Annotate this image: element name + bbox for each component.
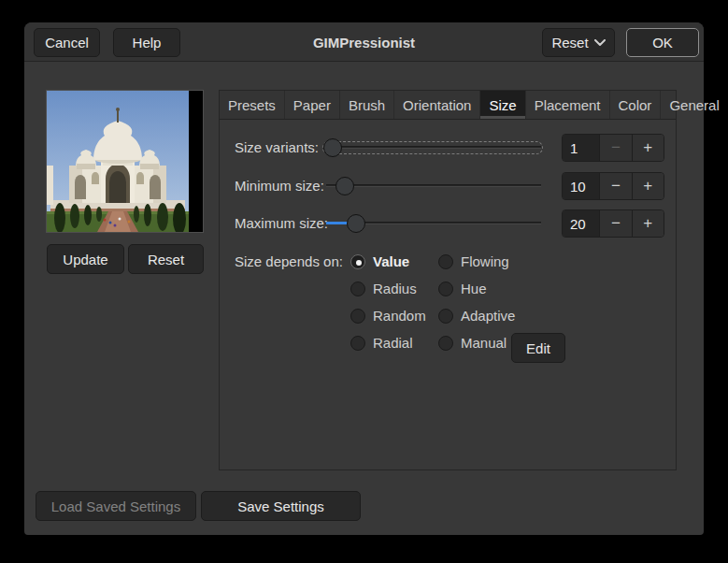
edit-button[interactable]: Edit (511, 333, 565, 363)
maximum-size-slider[interactable] (322, 209, 543, 238)
tab-color[interactable]: Color (610, 91, 662, 119)
reset-dropdown-label: Reset (551, 35, 588, 51)
radio-label: Manual (461, 335, 507, 351)
radio-radial[interactable]: Radial (350, 329, 438, 356)
radio-unselected-icon (438, 309, 453, 324)
headerbar: GIMPressionist Cancel Help Reset OK (24, 22, 704, 62)
maximum-size-label: Maximum size: (235, 209, 328, 238)
radio-unselected-icon (350, 336, 365, 351)
radio-label: Random (373, 308, 426, 324)
plus-button[interactable]: + (632, 210, 664, 237)
slider-track (326, 184, 541, 187)
radio-value[interactable]: Value (350, 248, 438, 275)
radio-flowing[interactable]: Flowing (438, 248, 515, 275)
chevron-down-icon (594, 39, 606, 47)
radio-label: Flowing (461, 253, 509, 269)
radio-unselected-icon (350, 309, 365, 324)
minus-button[interactable]: − (599, 210, 631, 237)
minimum-size-slider[interactable] (322, 172, 543, 200)
help-button[interactable]: Help (113, 28, 180, 57)
save-settings-button[interactable]: Save Settings (201, 491, 361, 521)
size-variants-value[interactable]: 1 (563, 135, 599, 161)
minimum-size-spinbox: 10 − + (562, 172, 664, 200)
slider-handle[interactable] (335, 177, 354, 195)
minimum-size-label: Minimum size: (235, 172, 324, 200)
tab-size[interactable]: Size (480, 91, 525, 119)
load-saved-settings-button[interactable]: Load Saved Settings (36, 491, 196, 521)
preview-image-taj-mahal (47, 91, 189, 232)
size-variants-slider[interactable] (322, 134, 543, 162)
radio-radius[interactable]: Radius (350, 275, 438, 302)
settings-notebook: Presets Paper Brush Orientation Size Pla… (219, 90, 677, 470)
radio-label: Hue (461, 281, 487, 296)
slider-handle[interactable] (347, 214, 365, 233)
preview-panel (46, 90, 204, 233)
screen: GIMPressionist Cancel Help Reset OK (0, 0, 728, 563)
plus-button[interactable]: + (632, 135, 664, 161)
radio-random[interactable]: Random (350, 302, 438, 329)
cancel-button[interactable]: Cancel (34, 28, 100, 57)
radio-label: Radial (373, 335, 413, 351)
slider-handle[interactable] (323, 138, 342, 157)
maximum-size-spinbox: 20 − + (562, 209, 664, 238)
plus-button[interactable]: + (632, 173, 664, 199)
size-depends-on-label: Size depends on: (235, 248, 343, 276)
tab-placement[interactable]: Placement (526, 91, 610, 119)
radio-label: Value (373, 253, 409, 269)
radio-manual[interactable]: Manual (438, 329, 515, 356)
maximum-size-value[interactable]: 20 (563, 210, 599, 237)
radio-unselected-icon (350, 282, 365, 296)
minus-button[interactable]: − (599, 135, 631, 161)
size-variants-label: Size variants: (235, 134, 319, 162)
gimpressionist-dialog: GIMPressionist Cancel Help Reset OK (24, 22, 704, 535)
size-variants-spinbox: 1 − + (562, 134, 664, 162)
radio-label: Adaptive (461, 308, 515, 324)
tab-brush[interactable]: Brush (340, 91, 394, 119)
update-button[interactable]: Update (47, 244, 124, 274)
radio-selected-icon (350, 254, 365, 269)
ok-button[interactable]: OK (626, 28, 699, 57)
tab-presets[interactable]: Presets (220, 91, 285, 119)
radio-unselected-icon (438, 336, 453, 351)
slider-fill (326, 222, 349, 224)
radio-label: Radius (373, 281, 417, 296)
reset-dropdown-button[interactable]: Reset (542, 28, 615, 57)
preview-reset-button[interactable]: Reset (128, 244, 204, 274)
minus-button[interactable]: − (599, 173, 631, 199)
tabbar: Presets Paper Brush Orientation Size Pla… (220, 91, 676, 120)
radio-unselected-icon (438, 254, 453, 269)
radio-unselected-icon (438, 282, 453, 296)
slider-track (326, 146, 541, 149)
tab-general[interactable]: General (661, 91, 728, 119)
tab-paper[interactable]: Paper (285, 91, 340, 119)
minimum-size-value[interactable]: 10 (563, 173, 599, 199)
size-depends-on-group: Value Flowing Radius Hue Random (350, 248, 515, 356)
radio-adaptive[interactable]: Adaptive (438, 302, 515, 329)
tab-orientation[interactable]: Orientation (394, 91, 480, 119)
radio-hue[interactable]: Hue (438, 275, 515, 302)
